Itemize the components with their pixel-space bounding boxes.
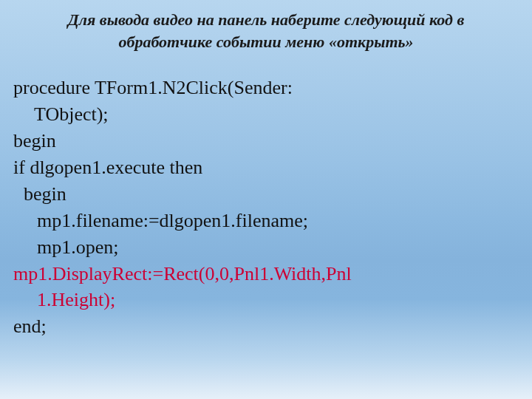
code-line-highlight: mp1.DisplayRect:=Rect(0,0,Pnl1.Width,Pnl bbox=[13, 261, 519, 287]
code-line: if dlgopen1.execute then bbox=[13, 154, 519, 181]
code-line: begin bbox=[13, 181, 519, 208]
slide: Для вывода видео на панель наберите след… bbox=[0, 0, 532, 399]
code-block: procedure TForm1.N2Click(Sender: TObject… bbox=[13, 75, 519, 340]
code-line: TObject); bbox=[13, 101, 519, 128]
code-line: procedure TForm1.N2Click(Sender: bbox=[13, 75, 519, 101]
code-line: mp1.filename:=dlgopen1.filename; bbox=[13, 208, 519, 234]
code-line: end; bbox=[13, 313, 519, 340]
slide-title: Для вывода видео на панель наберите след… bbox=[28, 9, 504, 52]
code-line: mp1.open; bbox=[13, 234, 519, 261]
code-line: begin bbox=[13, 128, 519, 154]
code-line-highlight: 1.Height); bbox=[13, 287, 519, 313]
